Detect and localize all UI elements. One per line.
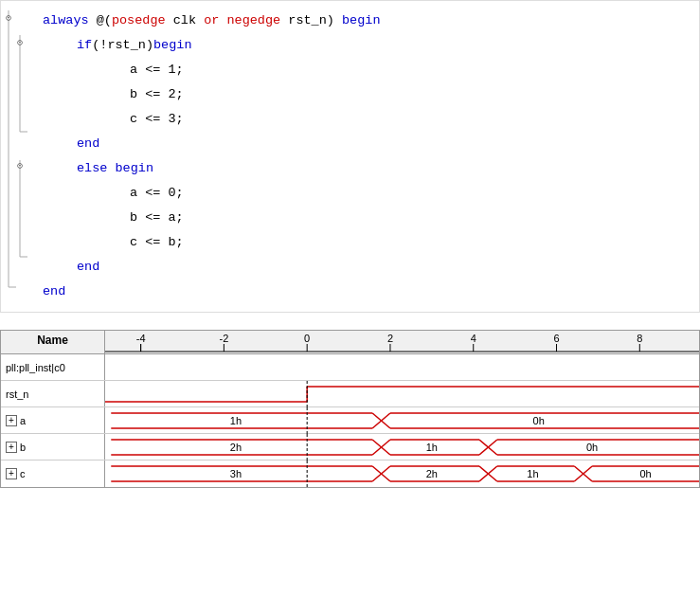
signal-row-a: + a [1,407,699,434]
expand-icon-a[interactable]: + [6,415,17,426]
signal-label-a: a [20,415,26,426]
code-text-11: end [43,281,65,302]
b-bus-path [111,440,699,455]
c-bus-path [111,466,699,481]
svg-text:2h: 2h [230,442,242,453]
timeline-ticks: -4 -2 0 2 4 6 8 [136,333,643,352]
code-text-8: b <= a; [130,208,184,228]
svg-text:0: 0 [304,333,310,344]
code-line-1: if(!rst_n)begin [35,33,699,58]
svg-text:4: 4 [471,333,476,344]
a-waveform-svg: 1h 0h [105,407,699,434]
code-line-7: a <= 0; [35,181,699,206]
code-text-6: else begin [77,158,153,179]
code-text-0: always @(posedge clk or negedge rst_n) b… [43,10,381,31]
code-line-0: always @(posedge clk or negedge rst_n) b… [35,9,699,33]
code-text-5: end [77,134,99,154]
signal-label-b: b [20,442,26,453]
signal-name-b: + b [1,434,105,460]
code-text-1: if(!rst_n)begin [77,35,192,56]
b-waveform-svg: 2h 1h 0h [105,434,699,461]
svg-text:2: 2 [387,333,393,344]
svg-text:3h: 3h [230,468,242,479]
signal-label-c: c [20,468,26,479]
code-line-9: c <= b; [35,230,699,255]
signal-canvas-a: 1h 0h [105,407,699,434]
code-line-8: b <= a; [35,206,699,230]
waveform-header: Name -4 -2 0 2 4 [1,331,699,354]
a-bus-path [111,413,699,428]
rstn-path [105,387,699,402]
timeline-svg: -4 -2 0 2 4 6 8 [105,331,699,353]
waveform-name-header: Name [1,331,105,353]
code-line-6: else begin [35,156,699,181]
expand-icon-b[interactable]: + [6,442,17,453]
code-line-3: b <= 2; [35,82,699,107]
svg-text:1h: 1h [527,468,538,479]
code-text-9: c <= b; [130,232,184,253]
fold-icon-2[interactable]: ⊝ [12,156,27,177]
signal-row-b: + b [1,434,699,461]
svg-text:-2: -2 [220,333,229,344]
gutter: ⊝ ⊝ ⊝ [1,7,35,306]
fold-icon-1[interactable]: ⊝ [12,33,27,54]
signal-label-rstn: rst_n [6,388,28,400]
expand-icon-c[interactable]: + [6,468,17,479]
signal-label-pll: pll:pll_inst|c0 [6,362,65,373]
signal-canvas-b: 2h 1h 0h [105,434,699,461]
signal-canvas-c: 3h 2h 1h 0h [105,461,699,487]
signal-row-rstn: rst_n [1,381,699,407]
code-line-4: c <= 3; [35,107,699,132]
pll-waveform-svg [105,354,699,381]
svg-text:1h: 1h [426,442,438,453]
code-text-2: a <= 1; [130,60,184,81]
svg-text:0h: 0h [639,468,651,479]
signal-canvas-pll [105,354,699,381]
fold-icon-0[interactable]: ⊝ [1,9,16,29]
c-waveform-svg: 3h 2h 1h 0h [105,461,699,487]
svg-text:1h: 1h [230,415,242,426]
code-line-10: end [35,255,699,280]
rstn-waveform-svg [105,381,699,407]
code-text-7: a <= 0; [130,183,184,204]
code-block: ⊝ ⊝ ⊝ always @(posedge clk or negedge rs… [0,0,700,313]
code-line-2: a <= 1; [35,58,699,82]
signal-name-c: + c [1,461,105,487]
signal-name-pll: pll:pll_inst|c0 [1,354,105,380]
waveform-timeline: -4 -2 0 2 4 6 8 [105,331,699,353]
code-content: always @(posedge clk or negedge rst_n) b… [35,7,699,306]
svg-text:6: 6 [553,333,559,344]
signal-row-c: + c [1,461,699,487]
svg-text:8: 8 [637,333,642,344]
svg-text:0h: 0h [533,415,545,426]
svg-text:2h: 2h [426,468,438,479]
code-line-5: end [35,132,699,156]
svg-text:0h: 0h [586,442,598,453]
code-text-10: end [77,257,99,278]
code-line-11: end [35,280,699,304]
svg-text:-4: -4 [136,333,146,344]
code-text-4: c <= 3; [130,109,184,130]
signal-row-pll: pll:pll_inst|c0 [1,354,699,381]
waveform-section: Name -4 -2 0 2 4 [0,330,700,488]
code-text-3: b <= 2; [130,84,184,105]
signal-canvas-rstn [105,381,699,407]
signal-name-a: + a [1,407,105,433]
signal-name-rstn: rst_n [1,381,105,406]
